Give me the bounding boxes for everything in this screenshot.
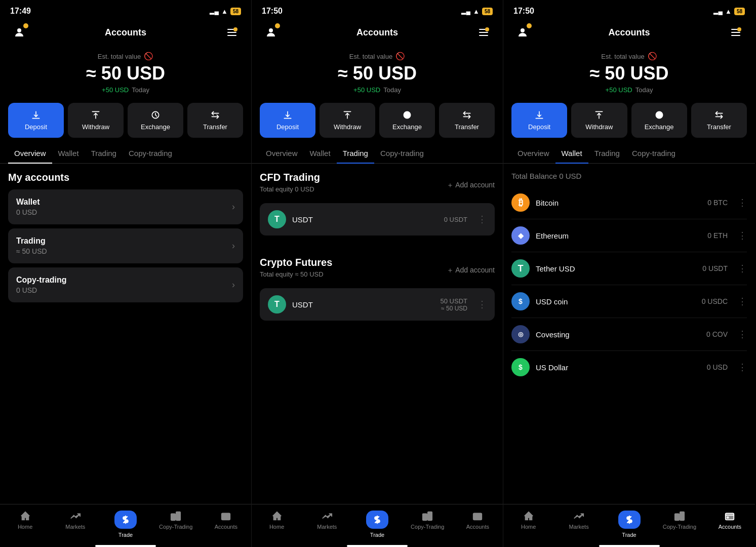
home-indicator-3 bbox=[599, 545, 660, 547]
phone-panel-1: 17:49 ▂▄ ▲ 58 Accounts Est. total value … bbox=[0, 0, 252, 547]
tab-copytrading-3[interactable]: Copy-trading bbox=[626, 144, 682, 164]
svg-rect-26 bbox=[675, 514, 679, 520]
more-icon-cfd[interactable]: ⋮ bbox=[478, 214, 487, 225]
covesting-more[interactable]: ⋮ bbox=[738, 329, 747, 340]
nav-title-1: Accounts bbox=[105, 27, 146, 38]
home-nav-1[interactable]: Home bbox=[0, 509, 50, 540]
wifi-icon-1: ▲ bbox=[221, 8, 228, 15]
usdt-icon-futures: T bbox=[268, 295, 286, 314]
exchange-btn-1[interactable]: Exchange bbox=[128, 103, 183, 138]
tab-wallet-3[interactable]: Wallet bbox=[555, 144, 588, 164]
exchange-btn-3[interactable]: Exchange bbox=[631, 103, 687, 138]
action-buttons-1: Deposit Withdraw Exchange Transfer bbox=[0, 97, 251, 144]
deposit-btn-3[interactable]: Deposit bbox=[511, 103, 567, 138]
bitcoin-item[interactable]: ₿ Bitcoin 0 BTC ⋮ bbox=[511, 186, 747, 219]
balance-section-2: Est. total value 🚫 ≈ 50 USD +50 USD Toda… bbox=[252, 47, 503, 97]
tab-trading-3[interactable]: Trading bbox=[588, 144, 626, 164]
tab-copytrading-1[interactable]: Copy-trading bbox=[123, 144, 178, 164]
add-futures-btn[interactable]: ＋ Add account bbox=[447, 266, 495, 275]
withdraw-btn-3[interactable]: Withdraw bbox=[571, 103, 627, 138]
tab-overview-2[interactable]: Overview bbox=[260, 144, 304, 164]
usdc-more[interactable]: ⋮ bbox=[738, 296, 747, 307]
home-indicator-2 bbox=[347, 545, 408, 547]
top-nav-3: Accounts bbox=[503, 20, 755, 47]
user-icon-2[interactable] bbox=[262, 23, 280, 42]
svg-point-19 bbox=[475, 517, 476, 518]
tab-overview-3[interactable]: Overview bbox=[511, 144, 555, 164]
nav-title-2: Accounts bbox=[356, 27, 398, 38]
balance-amount-1: ≈ 50 USD bbox=[10, 63, 241, 84]
transfer-btn-1[interactable]: Transfer bbox=[187, 103, 243, 138]
more-icon-futures[interactable]: ⋮ bbox=[478, 299, 487, 310]
accounts-nav-3[interactable]: Accounts bbox=[705, 509, 755, 540]
transfer-btn-2[interactable]: Transfer bbox=[439, 103, 495, 138]
home-nav-2[interactable]: Home bbox=[252, 509, 302, 540]
markets-nav-1[interactable]: Markets bbox=[50, 509, 100, 540]
accounts-nav-1[interactable]: Accounts bbox=[201, 509, 251, 540]
withdraw-btn-1[interactable]: Withdraw bbox=[68, 103, 124, 138]
tether-balance: 0 USDT bbox=[702, 264, 728, 272]
tab-wallet-2[interactable]: Wallet bbox=[304, 144, 337, 164]
bitcoin-name: Bitcoin bbox=[536, 199, 701, 207]
usd-more[interactable]: ⋮ bbox=[738, 362, 747, 373]
menu-icon-3[interactable] bbox=[727, 23, 745, 42]
tab-trading-1[interactable]: Trading bbox=[85, 144, 123, 164]
trading-card-1[interactable]: Trading ≈ 50 USD › bbox=[8, 228, 243, 263]
withdraw-btn-2[interactable]: Withdraw bbox=[320, 103, 375, 138]
wallet-card-1[interactable]: Wallet 0 USD › bbox=[8, 189, 243, 224]
markets-nav-2[interactable]: Markets bbox=[302, 509, 352, 540]
cfd-usdt-item[interactable]: T USDT 0 USDT ⋮ bbox=[260, 203, 495, 236]
tab-trading-2[interactable]: Trading bbox=[337, 144, 374, 164]
transfer-btn-3[interactable]: Transfer bbox=[691, 103, 747, 138]
copytrading-nav-2[interactable]: Copy-Trading bbox=[403, 509, 453, 540]
tether-more[interactable]: ⋮ bbox=[738, 263, 747, 274]
tether-item[interactable]: T Tether USD 0 USDT ⋮ bbox=[511, 252, 747, 285]
ethereum-item[interactable]: ◆ Ethereum 0 ETH ⋮ bbox=[511, 219, 747, 252]
tabs-row-1: Overview Wallet Trading Copy-trading bbox=[0, 144, 251, 164]
top-nav-2: Accounts bbox=[252, 20, 503, 47]
tab-wallet-1[interactable]: Wallet bbox=[52, 144, 85, 164]
usd-item[interactable]: $ US Dollar 0 USD ⋮ bbox=[511, 351, 747, 383]
user-icon-3[interactable] bbox=[513, 23, 532, 42]
menu-icon-1[interactable] bbox=[223, 23, 241, 42]
signal-icon-1: ▂▄ bbox=[210, 8, 219, 15]
trade-nav-1[interactable]: Trade bbox=[100, 509, 150, 540]
hide-icon-1[interactable]: 🚫 bbox=[144, 52, 153, 61]
balance-change-1: +50 USD Today bbox=[10, 86, 241, 94]
status-icons-1: ▂▄ ▲ 58 bbox=[210, 8, 241, 15]
svg-rect-12 bbox=[479, 32, 488, 33]
add-cfd-btn[interactable]: ＋ Add account bbox=[447, 181, 495, 190]
tab-overview-1[interactable]: Overview bbox=[8, 144, 52, 164]
my-accounts-title-1: My accounts bbox=[8, 172, 243, 183]
trade-nav-3[interactable]: Trade bbox=[604, 509, 654, 540]
copytrading-nav-3[interactable]: Copy-Trading bbox=[654, 509, 704, 540]
menu-icon-2[interactable] bbox=[474, 23, 493, 42]
markets-nav-3[interactable]: Markets bbox=[553, 509, 604, 540]
usd-name: US Dollar bbox=[536, 363, 701, 372]
home-nav-3[interactable]: Home bbox=[503, 509, 553, 540]
deposit-btn-2[interactable]: Deposit bbox=[260, 103, 315, 138]
balance-change-3: +50 USD Today bbox=[513, 86, 745, 94]
svg-rect-22 bbox=[731, 32, 740, 33]
covesting-item[interactable]: ◎ Covesting 0 COV ⋮ bbox=[511, 318, 747, 351]
svg-point-10 bbox=[269, 28, 273, 32]
exchange-btn-2[interactable]: Exchange bbox=[379, 103, 435, 138]
usd-icon: $ bbox=[511, 358, 530, 376]
usdc-item[interactable]: $ USD coin 0 USDC ⋮ bbox=[511, 285, 747, 318]
hide-icon-2[interactable]: 🚫 bbox=[395, 52, 405, 61]
user-icon-1[interactable] bbox=[10, 23, 28, 42]
status-icons-3: ▂▄ ▲ 58 bbox=[713, 8, 745, 15]
ethereum-more[interactable]: ⋮ bbox=[738, 230, 747, 241]
futures-usdt-item[interactable]: T USDT 50 USDT ≈ 50 USD ⋮ bbox=[260, 288, 495, 321]
trade-nav-2[interactable]: Trade bbox=[352, 509, 402, 540]
tab-copytrading-2[interactable]: Copy-trading bbox=[374, 144, 430, 164]
deposit-btn-1[interactable]: Deposit bbox=[8, 103, 64, 138]
trade-icon-wrap-1 bbox=[114, 511, 137, 529]
hide-icon-3[interactable]: 🚫 bbox=[648, 52, 657, 61]
status-icons-2: ▂▄ ▲ 58 bbox=[461, 8, 493, 15]
bitcoin-more[interactable]: ⋮ bbox=[738, 197, 747, 208]
copytrading-card-1[interactable]: Copy-trading 0 USD › bbox=[8, 267, 243, 302]
copytrading-nav-1[interactable]: Copy-Trading bbox=[151, 509, 201, 540]
user-dot-3 bbox=[527, 23, 532, 28]
accounts-nav-2[interactable]: Accounts bbox=[453, 509, 503, 540]
